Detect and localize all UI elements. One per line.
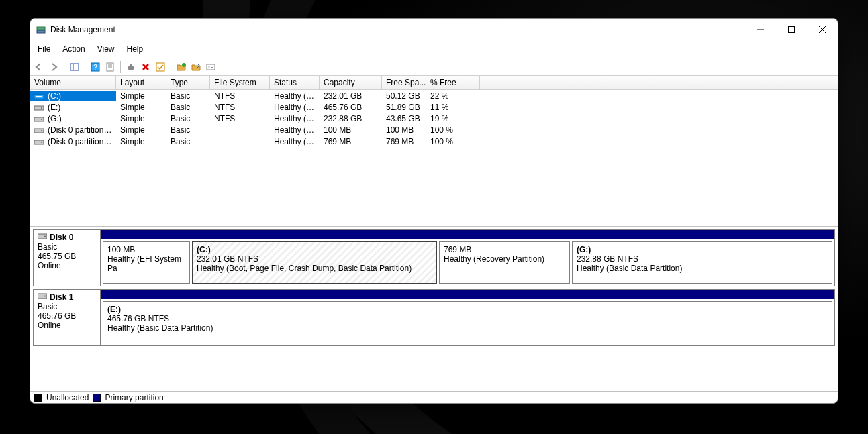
delete-button[interactable] [140, 61, 152, 73]
partition-box[interactable]: (C:)232.01 GB NTFSHealthy (Boot, Page Fi… [192, 241, 437, 284]
partition-size: 100 MB [107, 245, 185, 254]
col-spacer [480, 76, 838, 89]
primary-partition-bar [101, 230, 834, 239]
disk-label[interactable]: Disk 0Basic465.75 GBOnline [34, 230, 101, 286]
settings-button[interactable] [205, 61, 217, 73]
cell-fs: NTFS [210, 91, 270, 101]
disk-row: Disk 1Basic465.76 GBOnline(E:)465.76 GB … [33, 289, 835, 346]
cell-layout: Simple [116, 114, 166, 123]
toolbar-separator [171, 61, 171, 73]
menu-action[interactable]: Action [56, 42, 91, 56]
cell-type: Basic [166, 91, 210, 101]
drive-icon [34, 104, 45, 111]
svg-point-30 [41, 130, 42, 131]
cell-pct: 22 % [426, 91, 480, 101]
menu-help[interactable]: Help [121, 42, 150, 56]
partition-title: (G:) [577, 245, 828, 254]
forward-button[interactable] [48, 61, 60, 73]
partition-box[interactable]: (G:)232.88 GB NTFSHealthy (Basic Data Pa… [572, 241, 832, 284]
properties-button[interactable] [104, 61, 116, 73]
check-button[interactable] [154, 61, 166, 73]
col-layout[interactable]: Layout [116, 76, 166, 89]
disk-label[interactable]: Disk 1Basic465.76 GBOnline [34, 290, 101, 345]
help-button[interactable]: ? [89, 61, 101, 73]
table-row[interactable]: (C:)SimpleBasicNTFSHealthy (B...232.01 G… [30, 90, 838, 101]
partition-size: 769 MB [444, 245, 565, 254]
disk-size: 465.76 GB [38, 311, 96, 321]
partition-size: 232.88 GB NTFS [577, 254, 828, 264]
menu-file[interactable]: File [32, 42, 56, 56]
cell-fs: NTFS [210, 103, 270, 112]
volume-name: (G:) [48, 114, 62, 123]
toolbar-separator [64, 61, 64, 73]
legend-swatch-primary [93, 394, 101, 402]
partition-size: 465.76 GB NTFS [107, 314, 828, 323]
disk-type: Basic [38, 242, 96, 252]
table-body: (C:)SimpleBasicNTFSHealthy (B...232.01 G… [30, 90, 838, 147]
show-hide-console-tree-button[interactable] [68, 61, 81, 73]
svg-rect-3 [789, 27, 795, 33]
table-row[interactable]: (Disk 0 partition 1)SimpleBasicHealthy (… [30, 124, 838, 135]
cell-capacity: 100 MB [320, 125, 382, 135]
explore-button[interactable] [190, 61, 202, 73]
cell-type: Basic [166, 114, 210, 123]
toolbar: ? [30, 58, 838, 76]
toolbar-separator [120, 61, 121, 73]
drive-icon [34, 138, 45, 145]
partition-box[interactable]: 100 MBHealthy (EFI System Pa [103, 241, 190, 284]
disk-size: 465.75 GB [38, 252, 96, 261]
titlebar[interactable]: Disk Management [30, 19, 838, 40]
refresh-button[interactable] [125, 61, 137, 73]
menu-view[interactable]: View [91, 42, 121, 56]
drive-icon [34, 127, 45, 133]
partition-status: Healthy (Basic Data Partition) [107, 323, 828, 333]
disk-icon [38, 292, 47, 302]
col-status[interactable]: Status [270, 76, 320, 89]
table-row[interactable]: (E:)SimpleBasicNTFSHealthy (B...465.76 G… [30, 101, 838, 113]
partition-title: (E:) [107, 305, 828, 314]
cell-capacity: 769 MB [320, 137, 382, 146]
col-volume[interactable]: Volume [30, 76, 116, 89]
partition-title: (C:) [197, 245, 432, 254]
legend-label-unallocated: Unallocated [46, 393, 89, 402]
back-button[interactable] [33, 61, 45, 73]
primary-partition-bar [101, 290, 834, 299]
cell-free: 51.89 GB [382, 103, 426, 112]
cell-capacity: 232.01 GB [320, 91, 382, 101]
table-row[interactable]: (G:)SimpleBasicNTFSHealthy (B...232.88 G… [30, 113, 838, 124]
new-folder-button[interactable] [175, 61, 187, 73]
col-free[interactable]: Free Spa... [382, 76, 426, 89]
maximize-button[interactable] [776, 19, 807, 40]
legend: Unallocated Primary partition [30, 391, 838, 403]
col-type[interactable]: Type [166, 76, 210, 89]
svg-text:?: ? [93, 64, 97, 71]
graphical-view: Disk 0Basic465.75 GBOnline100 MBHealthy … [30, 227, 838, 391]
disk-row: Disk 0Basic465.75 GBOnline100 MBHealthy … [33, 229, 835, 286]
disk-management-window: Disk Management File Action View Help ? … [30, 18, 838, 404]
close-button[interactable] [807, 19, 838, 40]
svg-rect-17 [156, 63, 164, 71]
svg-rect-6 [70, 64, 79, 70]
disk-partitions: (E:)465.76 GB NTFSHealthy (Basic Data Pa… [101, 290, 834, 345]
col-fs[interactable]: File System [210, 76, 270, 89]
svg-rect-24 [36, 96, 42, 97]
col-pct[interactable]: % Free [426, 76, 480, 89]
cell-layout: Simple [116, 137, 166, 146]
svg-rect-21 [211, 66, 213, 66]
cell-status: Healthy (R... [270, 137, 320, 146]
cell-capacity: 232.88 GB [320, 114, 382, 123]
cell-pct: 11 % [426, 103, 480, 112]
col-capacity[interactable]: Capacity [320, 76, 382, 89]
menubar: File Action View Help [30, 40, 838, 58]
partition-status: Healthy (EFI System Pa [107, 254, 185, 273]
svg-point-26 [41, 107, 42, 109]
table-row[interactable]: (Disk 0 partition 4)SimpleBasicHealthy (… [30, 135, 838, 147]
disk-name: Disk 1 [50, 292, 73, 302]
cell-free: 43.65 GB [382, 114, 426, 123]
cell-layout: Simple [116, 103, 166, 112]
cell-pct: 100 % [426, 137, 480, 146]
minimize-button[interactable] [745, 19, 776, 40]
partition-box[interactable]: 769 MBHealthy (Recovery Partition) [439, 241, 570, 284]
partition-box[interactable]: (E:)465.76 GB NTFSHealthy (Basic Data Pa… [103, 301, 832, 343]
window-title: Disk Management [50, 25, 115, 34]
